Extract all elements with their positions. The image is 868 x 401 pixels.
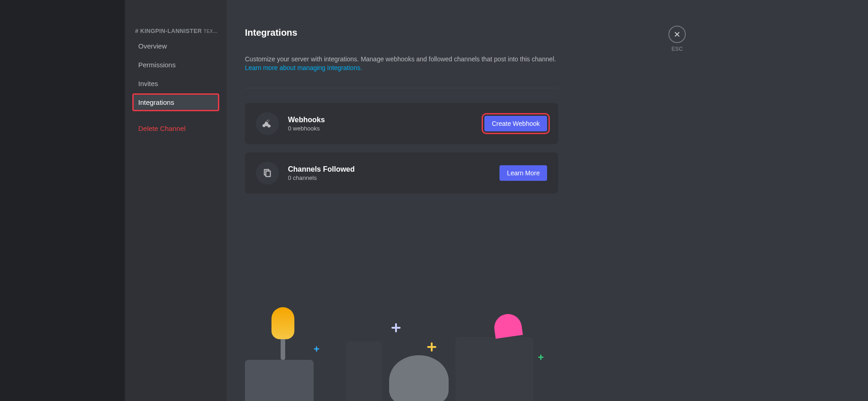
divider <box>245 88 558 88</box>
learn-more-button[interactable]: Learn More <box>499 165 547 181</box>
webhooks-card-text: Webhooks 0 webhooks <box>288 116 484 132</box>
channels-followed-card: Channels Followed 0 channels Learn More <box>245 152 558 194</box>
learn-more-link[interactable]: Learn more about managing integrations. <box>245 64 693 71</box>
main-content: ESC Integrations Customize your server w… <box>227 0 711 401</box>
channel-header: # KINGPIN-LANNISTER TEX… <box>132 27 219 37</box>
sidebar-item-label: Integrations <box>138 98 174 106</box>
sidebar-item-label: Overview <box>138 42 167 50</box>
hash-icon: # <box>135 27 138 34</box>
channels-followed-card-text: Channels Followed 0 channels <box>288 165 499 181</box>
channels-followed-title: Channels Followed <box>288 165 499 173</box>
app-root: # KINGPIN-LANNISTER TEX… Overview Permis… <box>0 0 868 401</box>
sidebar-item-label: Permissions <box>138 61 176 69</box>
webhooks-title: Webhooks <box>288 116 484 124</box>
channels-followed-subtitle: 0 channels <box>288 174 499 181</box>
close-icon <box>668 26 686 43</box>
left-gutter <box>0 0 125 401</box>
right-gutter <box>711 0 868 401</box>
sidebar-item-integrations[interactable]: Integrations <box>132 93 219 111</box>
channels-followed-icon <box>256 162 279 184</box>
channel-type-suffix: TEX… <box>204 29 218 34</box>
webhooks-subtitle: 0 webhooks <box>288 125 484 132</box>
page-description: Customize your server with integrations.… <box>245 54 565 64</box>
esc-label: ESC <box>672 46 683 52</box>
sidebar-item-overview[interactable]: Overview <box>132 37 219 55</box>
create-webhook-button[interactable]: Create Webhook <box>484 116 547 131</box>
sidebar-item-label: Delete Channel <box>138 125 185 132</box>
close-button[interactable]: ESC <box>668 26 686 52</box>
webhooks-card: Webhooks 0 webhooks Create Webhook <box>245 103 558 144</box>
decorative-illustration: + + <box>245 314 558 401</box>
sidebar-item-label: Invites <box>138 80 158 87</box>
sidebar-item-permissions[interactable]: Permissions <box>132 56 219 74</box>
channel-name: KINGPIN-LANNISTER <box>140 28 202 34</box>
webhook-icon <box>256 112 279 135</box>
sidebar-item-invites[interactable]: Invites <box>132 75 219 92</box>
settings-sidebar: # KINGPIN-LANNISTER TEX… Overview Permis… <box>125 0 227 401</box>
page-title: Integrations <box>245 27 693 38</box>
sidebar-item-delete-channel[interactable]: Delete Channel <box>132 119 219 137</box>
